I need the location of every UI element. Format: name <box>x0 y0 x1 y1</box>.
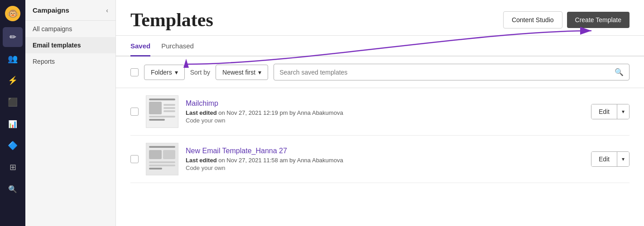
template-thumbnail <box>146 95 178 128</box>
nav-sidebar: Campaigns ‹ All campaigns Email template… <box>25 0 116 226</box>
sidebar-title: Campaigns <box>33 6 69 14</box>
template-thumbnail <box>146 143 178 175</box>
sort-chevron-icon: ▾ <box>258 69 261 76</box>
sort-by-label: Sort by <box>190 69 210 76</box>
grid-icon[interactable]: ⊞ <box>3 157 23 177</box>
tab-purchased[interactable]: Purchased <box>161 36 194 56</box>
toolbar: Folders ▾ Sort by Newest first ▾ 🔍 <box>116 56 644 88</box>
template-list: Mailchimp Last edited on Nov 27, 2021 12… <box>116 88 644 226</box>
edit-dropdown-button[interactable]: ▾ <box>617 104 629 119</box>
edit-button[interactable]: Edit <box>591 104 617 119</box>
select-all-checkbox[interactable] <box>130 68 139 76</box>
template-info: New Email Template_Hanna 27 Last edited … <box>186 147 584 171</box>
template-info: Mailchimp Last edited on Nov 27, 2021 12… <box>186 99 584 124</box>
sidebar-header: Campaigns ‹ <box>25 0 115 21</box>
template-item: New Email Template_Hanna 27 Last edited … <box>130 136 630 183</box>
search-input[interactable] <box>279 69 615 76</box>
content-studio-button[interactable]: Content Studio <box>503 11 562 28</box>
search-icon[interactable]: 🔍 <box>3 179 23 199</box>
tab-saved[interactable]: Saved <box>130 36 150 56</box>
template-checkbox[interactable] <box>130 108 139 116</box>
folders-label: Folders <box>151 69 172 76</box>
sidebar-item-email-templates[interactable]: Email templates <box>25 37 115 53</box>
analytics-icon[interactable]: 📊 <box>3 114 23 134</box>
template-meta: Last edited on Nov 27, 2021 12:19 pm by … <box>186 109 584 116</box>
folders-button[interactable]: Folders ▾ <box>144 65 185 80</box>
sort-button[interactable]: Newest first ▾ <box>216 65 268 80</box>
last-edited-prefix: Last edited <box>186 157 217 164</box>
template-meta: Last edited on Nov 27, 2021 11:58 am by … <box>186 157 584 164</box>
content-icon[interactable]: ⬛ <box>3 92 23 112</box>
header-buttons: Content Studio Create Template <box>503 11 630 28</box>
last-edited-prefix: Last edited <box>186 109 217 116</box>
template-item: Mailchimp Last edited on Nov 27, 2021 12… <box>130 88 630 136</box>
logo-icon[interactable]: 🐵 <box>3 4 23 24</box>
template-type: Code your own <box>186 165 584 171</box>
icon-sidebar: 🐵 ✏ 👥 ⚡ ⬛ 📊 🔷 ⊞ 🔍 <box>0 0 25 226</box>
template-name[interactable]: Mailchimp <box>186 99 584 108</box>
search-icon: 🔍 <box>615 68 624 76</box>
main-content: Templates Content Studio Create Template… <box>116 0 644 226</box>
page-title: Templates <box>130 9 213 31</box>
template-checkbox[interactable] <box>130 155 139 163</box>
search-box: 🔍 <box>274 64 630 80</box>
edit-button-group: Edit ▾ <box>591 104 630 119</box>
page-header: Templates Content Studio Create Template <box>116 0 644 36</box>
integrations-icon[interactable]: 🔷 <box>3 136 23 155</box>
collapse-button[interactable]: ‹ <box>106 7 108 14</box>
automations-icon[interactable]: ⚡ <box>3 71 23 90</box>
edit-dropdown-button[interactable]: ▾ <box>617 152 629 166</box>
last-edited-date: on Nov 27, 2021 12:19 pm by Anna Abakumo… <box>218 109 343 116</box>
edit-button[interactable]: Edit <box>591 152 617 166</box>
sidebar-item-all-campaigns[interactable]: All campaigns <box>25 21 115 37</box>
last-edited-date: on Nov 27, 2021 11:58 am by Anna Abakumo… <box>218 157 343 164</box>
folders-chevron-icon: ▾ <box>175 69 178 76</box>
sort-value: Newest first <box>222 69 255 76</box>
edit-button-group: Edit ▾ <box>591 151 630 167</box>
template-name[interactable]: New Email Template_Hanna 27 <box>186 147 584 155</box>
campaigns-icon[interactable]: ✏ <box>3 27 23 47</box>
audience-icon[interactable]: 👥 <box>3 49 23 69</box>
sidebar-item-reports[interactable]: Reports <box>25 53 115 70</box>
tabs-row: Saved Purchased <box>116 36 644 56</box>
template-type: Code your own <box>186 117 584 124</box>
create-template-button[interactable]: Create Template <box>567 12 630 28</box>
